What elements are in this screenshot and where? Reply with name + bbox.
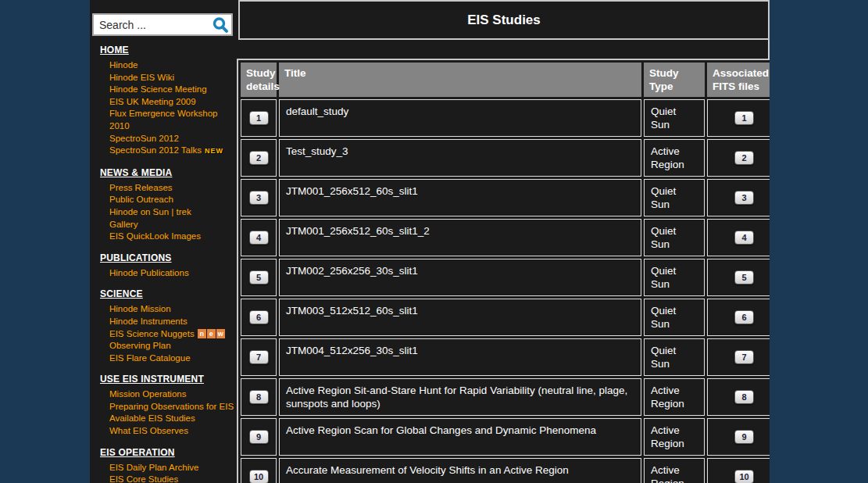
sidebar-item[interactable]: Gallery — [100, 219, 238, 231]
sidebar-item-label: Hinode Science Meeting — [109, 84, 207, 94]
search-input[interactable] — [94, 19, 211, 31]
study-title-cell: JTM004_512x256_30s_slit1 — [279, 338, 641, 376]
sidebar-item[interactable]: SpectroSun 2012 TalksNEW — [100, 145, 238, 158]
sidebar-item-label: EIS Core Studies — [109, 474, 178, 483]
study-title-cell: Active Region Sit-and-Stare Hunt for Rap… — [279, 378, 641, 416]
fits-files-button[interactable]: 7 — [734, 350, 754, 364]
fits-files-cell: 10 — [707, 458, 770, 483]
study-title-cell: default_study — [279, 99, 641, 137]
study-type-cell: Quiet Sun — [644, 99, 705, 137]
sidebar-item[interactable]: Hinode Instruments — [100, 316, 238, 328]
fits-files-button[interactable]: 4 — [734, 231, 754, 245]
sidebar-item[interactable]: EIS Core Studies — [100, 474, 238, 483]
sidebar-item-label: EIS QuickLook Images — [109, 231, 201, 241]
table-row: 9Active Region Scan for Global Changes a… — [241, 418, 770, 456]
table-row: 4JTM001_256x512_60s_slit1_2Quiet Sun4 — [241, 219, 770, 256]
sidebar-item[interactable]: What EIS Observes — [100, 425, 238, 438]
new-badge: NEW — [205, 147, 223, 155]
sidebar-item[interactable]: Preparing Observations for EIS — [100, 401, 238, 413]
sidebar-item[interactable]: EIS UK Meeting 2009 — [100, 96, 238, 109]
sidebar-item-label: What EIS Observes — [109, 426, 188, 435]
fits-files-button[interactable]: 8 — [734, 390, 754, 404]
table-row: 2Test_study_3Active Region2 — [241, 139, 770, 177]
sidebar-item[interactable]: SpectroSun 2012 — [100, 133, 238, 145]
sidebar-item-label: Press Releases — [109, 183, 173, 192]
table-row: 1default_studyQuiet Sun1 — [241, 99, 770, 137]
sidebar-section-heading: SCIENCE — [100, 288, 238, 300]
study-title-cell: JTM002_256x256_30s_slit1 — [279, 259, 641, 296]
study-details-cell: 9 — [241, 418, 277, 456]
column-header: Associated FITS files — [707, 63, 770, 97]
table-row: 5JTM002_256x256_30s_slit1Quiet Sun5 — [241, 259, 770, 296]
sidebar-item[interactable]: Hinode EIS Wiki — [100, 72, 238, 84]
sidebar-item[interactable]: Mission Operations — [100, 388, 238, 401]
sidebar-section-heading: USE EIS INSTRUMENT — [100, 374, 238, 385]
fits-files-button[interactable]: 6 — [734, 310, 754, 324]
fits-files-cell: 8 — [707, 378, 770, 416]
sidebar-section-heading: PUBLICATIONS — [100, 252, 238, 264]
fits-files-button[interactable]: 3 — [734, 191, 754, 205]
sidebar-item-label: Flux Emergence Workshop 2010 — [109, 109, 217, 131]
sidebar-item[interactable]: Hinode Publications — [100, 267, 238, 280]
study-details-button[interactable]: 2 — [249, 151, 269, 165]
sidebar-item-label: EIS Daily Plan Archive — [109, 463, 198, 472]
fits-files-button[interactable]: 5 — [734, 270, 754, 284]
column-header: Title — [279, 63, 641, 97]
sidebar-item-label: Observing Plan — [109, 341, 171, 350]
study-details-button[interactable]: 10 — [249, 470, 269, 483]
column-header: Study details — [241, 63, 277, 97]
sidebar-item-label: Available EIS Studies — [109, 413, 195, 423]
page-title: EIS Studies — [467, 13, 541, 28]
fits-files-cell: 3 — [707, 179, 770, 216]
sidebar-item-label: Preparing Observations for EIS — [109, 402, 234, 411]
study-details-button[interactable]: 6 — [249, 310, 269, 324]
fits-files-cell: 6 — [707, 299, 770, 336]
sidebar-item[interactable]: Press Releases — [100, 182, 238, 195]
study-type-cell: Quiet Sun — [644, 338, 705, 376]
sidebar-item[interactable]: Hinode Science Meeting — [100, 84, 238, 96]
study-details-button[interactable]: 3 — [249, 191, 269, 205]
search-icon[interactable] — [211, 16, 230, 34]
content-panel: HOMEHinodeHinode EIS WikiHinode Science … — [90, 0, 770, 483]
study-type-cell: Quiet Sun — [644, 219, 705, 256]
study-details-button[interactable]: 9 — [249, 430, 269, 444]
sidebar-item[interactable]: Hinode Mission — [100, 303, 238, 316]
fits-files-button[interactable]: 2 — [734, 151, 754, 165]
sidebar-section-heading: EIS OPERATION — [100, 447, 238, 459]
sidebar-item[interactable]: Public Outreach — [100, 194, 238, 206]
study-details-button[interactable]: 8 — [249, 390, 269, 404]
sidebar-item-label: Hinode — [109, 60, 138, 70]
sidebar-item-label: Gallery — [109, 220, 138, 229]
study-details-button[interactable]: 1 — [249, 111, 269, 125]
sidebar-item[interactable]: EIS QuickLook Images — [100, 231, 238, 243]
sidebar-item[interactable]: EIS Daily Plan Archive — [100, 462, 238, 474]
table-header-row: Study detailsTitleStudy TypeAssociated F… — [241, 63, 770, 97]
study-type-cell: Active Region — [644, 139, 705, 177]
fits-files-button[interactable]: 10 — [734, 470, 754, 483]
sidebar-item[interactable]: EIS Flare Catalogue — [100, 352, 238, 365]
study-details-button[interactable]: 7 — [249, 350, 269, 364]
sidebar-item[interactable]: Observing Plan — [100, 340, 238, 352]
sidebar-item-label: Hinode on Sun | trek — [109, 207, 191, 216]
study-details-button[interactable]: 5 — [249, 270, 269, 284]
sidebar-section: SCIENCEHinode MissionHinode InstrumentsE… — [100, 288, 238, 364]
sidebar-item[interactable]: EIS Science Nuggetsnew — [100, 328, 238, 341]
sidebar-item-label: Public Outreach — [109, 195, 173, 204]
study-details-cell: 4 — [241, 219, 277, 256]
sidebar-item[interactable]: Hinode — [100, 59, 238, 72]
sidebar-section-heading: NEWS & MEDIA — [100, 167, 238, 179]
sidebar-item[interactable]: Available EIS Studies — [100, 413, 238, 425]
study-type-cell: Active Region — [644, 418, 705, 456]
studies-table: Study detailsTitleStudy TypeAssociated F… — [237, 59, 770, 483]
sidebar-item[interactable]: Flux Emergence Workshop 2010 — [100, 108, 238, 132]
study-details-cell: 7 — [241, 338, 277, 376]
column-header: Study Type — [644, 63, 705, 97]
sidebar-item-label: Hinode EIS Wiki — [109, 73, 174, 82]
sidebar-section: HOMEHinodeHinode EIS WikiHinode Science … — [100, 45, 238, 158]
fits-files-button[interactable]: 9 — [734, 430, 754, 444]
fits-files-button[interactable]: 1 — [734, 111, 754, 125]
sidebar-item[interactable]: Hinode on Sun | trek — [100, 206, 238, 219]
study-details-button[interactable]: 4 — [249, 231, 269, 245]
fits-files-cell: 7 — [707, 338, 770, 376]
study-details-cell: 3 — [241, 179, 277, 216]
